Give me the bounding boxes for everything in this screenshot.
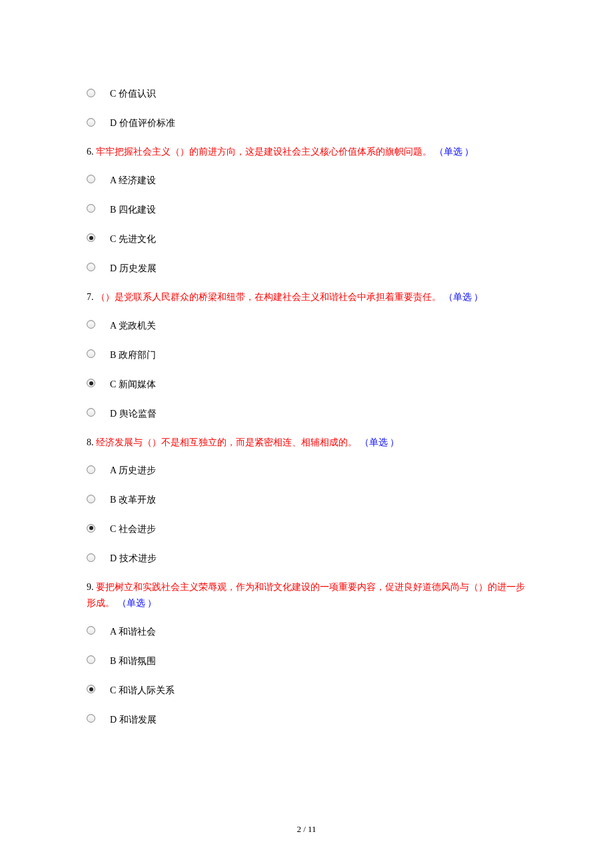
radio-icon[interactable]: [87, 320, 95, 329]
radio-icon[interactable]: [87, 89, 95, 97]
question-type: （单选 ）: [444, 292, 484, 302]
option-text: C 新闻媒体: [110, 376, 156, 391]
radio-icon[interactable]: [87, 553, 95, 562]
question-type: （单选 ）: [117, 598, 157, 608]
orphan-options-group: C 价值认识 D 价值评价标准: [87, 85, 526, 129]
question-text: 经济发展与（）不是相互独立的，而是紧密相连、相辅相成的。: [96, 437, 357, 447]
radio-icon[interactable]: [87, 655, 95, 664]
option-text: B 和谐氛围: [110, 653, 156, 667]
option-row[interactable]: A 和谐社会: [87, 623, 526, 638]
radio-icon[interactable]: [87, 685, 95, 693]
radio-icon[interactable]: [87, 714, 95, 723]
radio-icon[interactable]: [87, 204, 95, 213]
option-row[interactable]: B 和谐氛围: [87, 653, 526, 667]
question-9: 9. 要把树立和实践社会主义荣辱观，作为和谐文化建设的一项重要内容，促进良好道德…: [87, 579, 526, 611]
option-text: A 经济建设: [110, 172, 156, 187]
question-text: 牢牢把握社会主义（）的前进方向，这是建设社会主义核心价值体系的旗帜问题。: [96, 147, 432, 157]
option-row[interactable]: C 社会进步: [87, 521, 526, 535]
radio-icon[interactable]: [87, 263, 95, 271]
options-group-6: A 经济建设 B 四化建设 C 先进文化 D 历史发展: [87, 172, 526, 275]
option-row[interactable]: B 改革开放: [87, 491, 526, 506]
question-number: 9.: [87, 582, 94, 592]
option-text: A 和谐社会: [110, 623, 156, 638]
question-number: 6.: [87, 147, 94, 157]
question-type: （单选 ）: [434, 147, 474, 157]
option-text: D 舆论监督: [110, 405, 157, 420]
option-row[interactable]: A 历史进步: [87, 462, 526, 477]
radio-icon[interactable]: [87, 465, 95, 474]
option-row[interactable]: B 政府部门: [87, 347, 526, 361]
question-number: 8.: [87, 437, 94, 447]
option-text: B 政府部门: [110, 347, 156, 361]
radio-icon[interactable]: [87, 524, 95, 533]
option-text: A 历史进步: [110, 462, 156, 477]
radio-icon[interactable]: [87, 233, 95, 242]
option-row[interactable]: A 经济建设: [87, 172, 526, 187]
options-group-8: A 历史进步 B 改革开放 C 社会进步 D 技术进步: [87, 462, 526, 565]
radio-icon[interactable]: [87, 408, 95, 417]
option-row[interactable]: A 党政机关: [87, 317, 526, 332]
option-text: B 四化建设: [110, 201, 156, 216]
option-row[interactable]: C 和谐人际关系: [87, 682, 526, 697]
question-text: （）是党联系人民群众的桥梁和纽带，在构建社会主义和谐社会中承担着重要责任。: [96, 292, 441, 302]
option-row[interactable]: D 舆论监督: [87, 405, 526, 420]
option-text: B 改革开放: [110, 491, 156, 506]
question-8: 8. 经济发展与（）不是相互独立的，而是紧密相连、相辅相成的。 （单选 ）: [87, 435, 526, 451]
option-text: D 技术进步: [110, 550, 157, 565]
option-row[interactable]: B 四化建设: [87, 201, 526, 216]
option-row[interactable]: D 和谐发展: [87, 711, 526, 726]
radio-icon[interactable]: [87, 349, 95, 358]
option-text: C 先进文化: [110, 231, 156, 245]
option-row[interactable]: C 新闻媒体: [87, 376, 526, 391]
option-text: C 社会进步: [110, 521, 156, 535]
radio-icon[interactable]: [87, 626, 95, 635]
option-text: C 价值认识: [110, 85, 156, 100]
radio-icon[interactable]: [87, 379, 95, 387]
option-text: D 历史发展: [110, 260, 157, 275]
option-text: D 和谐发展: [110, 711, 157, 726]
option-text: C 和谐人际关系: [110, 682, 175, 697]
question-6: 6. 牢牢把握社会主义（）的前进方向，这是建设社会主义核心价值体系的旗帜问题。 …: [87, 144, 526, 160]
option-text: A 党政机关: [110, 317, 156, 332]
radio-icon[interactable]: [87, 118, 95, 127]
options-group-9: A 和谐社会 B 和谐氛围 C 和谐人际关系 D 和谐发展: [87, 623, 526, 726]
option-text: D 价值评价标准: [110, 115, 175, 129]
option-row[interactable]: D 技术进步: [87, 550, 526, 565]
radio-icon[interactable]: [87, 175, 95, 183]
option-row[interactable]: D 价值评价标准: [87, 115, 526, 129]
option-row[interactable]: D 历史发展: [87, 260, 526, 275]
page-footer: 2 / 11: [0, 824, 613, 835]
radio-icon[interactable]: [87, 495, 95, 503]
option-row[interactable]: C 先进文化: [87, 231, 526, 245]
question-type: （单选 ）: [360, 437, 400, 447]
question-7: 7. （）是党联系人民群众的桥梁和纽带，在构建社会主义和谐社会中承担着重要责任。…: [87, 289, 526, 305]
options-group-7: A 党政机关 B 政府部门 C 新闻媒体 D 舆论监督: [87, 317, 526, 420]
document-page: C 价值认识 D 价值评价标准 6. 牢牢把握社会主义（）的前进方向，这是建设社…: [0, 0, 613, 868]
option-row[interactable]: C 价值认识: [87, 85, 526, 100]
question-number: 7.: [87, 292, 94, 302]
